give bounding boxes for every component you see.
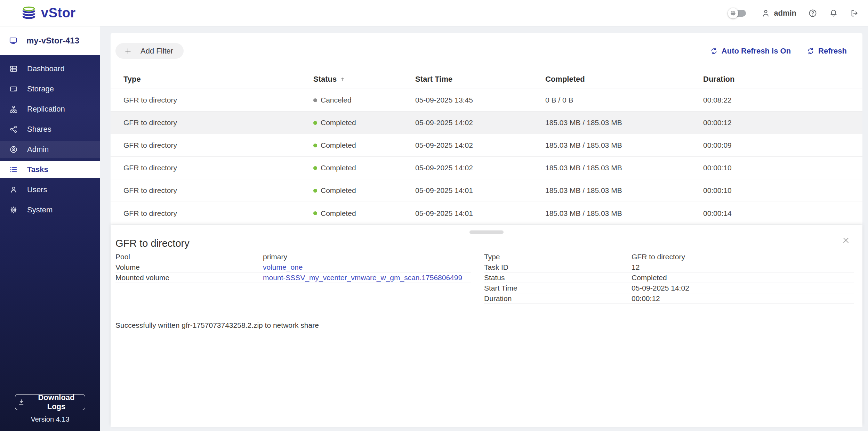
detail-field-start-time: Start Time05-09-2025 14:02 [484,283,854,293]
cell-start-time: 05-09-2025 14:02 [415,119,545,127]
sidebar-item-dashboard[interactable]: Dashboard [0,60,100,78]
detail-field-task-id: Task ID12 [484,262,854,273]
download-logs-label: Download Logs [30,393,83,411]
sync-icon [710,47,718,55]
sidebar-nav: DashboardStorageReplicationSharesAdminTa… [0,55,100,219]
shares-icon [9,125,18,133]
auto-refresh-label: Auto Refresh is On [722,47,791,56]
task-detail-panel: GFR to directory PoolprimaryVolumevolume… [111,225,862,427]
download-logs-button[interactable]: Download Logs [15,394,85,410]
table-toolbar: Add Filter Auto Refresh is On [111,33,862,70]
detail-field-volume: Volumevolume_one [115,262,471,273]
cell-type: GFR to directory [123,186,313,195]
cell-duration: 00:00:09 [703,141,862,149]
cell-start-time: 05-09-2025 14:01 [415,209,545,218]
cell-duration: 00:00:12 [703,119,862,127]
detail-field-status: StatusCompleted [484,273,854,283]
cell-type: GFR to directory [123,96,313,104]
cell-duration: 00:00:14 [703,209,862,218]
user-name: admin [774,9,796,18]
sidebar-item-replication[interactable]: Replication [0,100,100,118]
field-value[interactable]: mount-SSSV_my_vcenter_vmware_w_gm_scan.1… [263,274,462,282]
auto-refresh-button[interactable]: Auto Refresh is On [710,47,791,56]
column-header-completed[interactable]: Completed [545,75,703,84]
brand-name: vStor [41,6,76,21]
table-header: TypeStatusStart TimeCompletedDuration [111,70,862,89]
task-result-message: Successfully written gfr-1757073743258.2… [115,321,319,330]
topbar-actions: admin [729,0,859,26]
sidebar-item-label: Shares [27,125,51,134]
sidebar-item-admin[interactable]: Admin [0,141,100,158]
detail-field-duration: Duration00:00:12 [484,293,854,304]
cell-status: Completed [313,186,415,195]
status-dot [313,166,317,170]
sidebar-item-tasks[interactable]: Tasks [0,161,100,178]
plus-icon [124,47,132,55]
sidebar-item-storage[interactable]: Storage [0,80,100,98]
detail-panel-title: GFR to directory [115,238,190,249]
cell-completed: 185.03 MB / 185.03 MB [545,141,703,149]
add-filter-button[interactable]: Add Filter [115,43,184,59]
user-menu[interactable]: admin [761,9,796,18]
tasks-table-card: Add Filter Auto Refresh is On [111,33,862,225]
app-root: vStor admin [0,0,868,431]
field-label: Task ID [484,263,632,271]
field-value[interactable]: volume_one [263,263,303,271]
table-row[interactable]: GFR to directoryCompleted05-09-2025 14:0… [111,202,862,225]
cell-start-time: 05-09-2025 14:02 [415,164,545,172]
field-label: Start Time [484,284,632,292]
column-header-type[interactable]: Type [123,75,313,84]
close-icon[interactable] [841,236,851,245]
table-row[interactable]: GFR to directoryCompleted05-09-2025 14:0… [111,179,862,202]
column-header-status[interactable]: Status [313,75,415,84]
field-label: Volume [115,263,263,271]
cell-completed: 185.03 MB / 185.03 MB [545,119,703,127]
node-selector[interactable]: my-vStor-413 [0,26,100,55]
cell-completed: 185.03 MB / 185.03 MB [545,186,703,195]
status-dot [313,189,317,193]
cell-start-time: 05-09-2025 14:01 [415,186,545,195]
cell-status: Completed [313,164,415,172]
column-header-start-time[interactable]: Start Time [415,75,545,84]
logout-icon[interactable] [850,9,859,18]
field-label: Mounted volume [115,274,263,282]
topbar: vStor admin [0,0,868,26]
panel-drag-handle[interactable] [469,230,504,234]
theme-toggle[interactable] [729,10,746,17]
field-label: Duration [484,294,632,303]
theme-toggle-gear-icon [728,8,738,18]
notifications-bell-icon[interactable] [829,9,838,18]
field-label: Type [484,253,632,261]
status-dot [313,144,317,147]
sort-ascending-icon [339,76,346,82]
refresh-button[interactable]: Refresh [807,47,847,56]
cell-completed: 185.03 MB / 185.03 MB [545,209,703,218]
sidebar-item-system[interactable]: System [0,201,100,219]
table-row[interactable]: GFR to directoryCompleted05-09-2025 14:0… [111,134,862,157]
sidebar-item-label: Tasks [27,165,48,174]
cell-type: GFR to directory [123,209,313,218]
version-label: Version 4.13 [0,415,100,423]
sidebar-item-label: Storage [27,84,54,93]
table-row[interactable]: GFR to directoryCompleted05-09-2025 14:0… [111,112,862,134]
status-dot [313,121,317,125]
cell-start-time: 05-09-2025 13:45 [415,96,545,104]
tasks-icon [9,165,18,174]
help-icon[interactable] [808,9,817,18]
cell-start-time: 05-09-2025 14:02 [415,141,545,149]
sidebar-item-label: Dashboard [27,64,65,73]
refresh-icon [807,47,814,55]
field-value: 05-09-2025 14:02 [632,284,689,292]
field-value: 00:00:12 [632,294,660,303]
sidebar-item-shares[interactable]: Shares [0,121,100,138]
cell-status: Completed [313,141,415,149]
table-row[interactable]: GFR to directoryCanceled05-09-2025 13:45… [111,89,862,112]
table-row[interactable]: GFR to directoryCompleted05-09-2025 14:0… [111,157,862,179]
sidebar-item-users[interactable]: Users [0,181,100,198]
sidebar-item-label: System [27,205,53,214]
column-header-duration[interactable]: Duration [703,75,862,84]
cell-duration: 00:00:10 [703,164,862,172]
users-icon [9,186,18,194]
cell-duration: 00:08:22 [703,96,862,104]
dashboard-icon [9,65,18,73]
